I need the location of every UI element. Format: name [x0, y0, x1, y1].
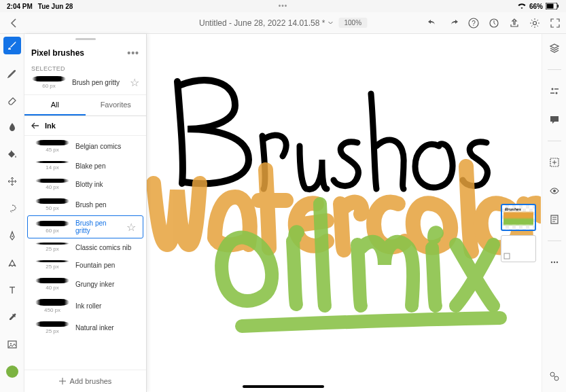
brush-item[interactable]: 450 pxInk roller [27, 295, 143, 317]
home-indicator[interactable] [243, 385, 324, 388]
layers-panel-icon[interactable] [546, 39, 563, 57]
brush-item[interactable]: 40 pxBlotty ink [27, 175, 143, 194]
svg-point-18 [553, 262, 554, 263]
battery-pct: 66% [529, 3, 543, 10]
brush-item[interactable]: 40 pxGrungy inker [27, 274, 143, 295]
transform-tool[interactable] [3, 173, 21, 190]
svg-point-10 [10, 343, 12, 344]
svg-point-7 [12, 236, 13, 237]
multitask-dots[interactable]: ••• [279, 2, 288, 10]
brush-item[interactable]: 50 pxBrush pen [27, 194, 143, 215]
layer-thumb-1[interactable]: Brushes [501, 204, 536, 231]
properties-icon[interactable] [546, 82, 563, 100]
settings-icon[interactable] [529, 18, 540, 29]
brush-item[interactable]: 14 pxBlake pen [27, 157, 143, 175]
svg-point-12 [551, 88, 553, 90]
brush-item[interactable]: 25 pxFountain pen [27, 256, 143, 274]
svg-point-13 [555, 92, 557, 94]
help-icon[interactable]: ? [468, 18, 479, 29]
comments-icon[interactable] [546, 111, 563, 128]
smudge-tool[interactable] [3, 118, 21, 136]
svg-text:?: ? [472, 20, 476, 27]
document-title-dropdown[interactable]: Untitled - June 28, 2022 14.01.58 * [199, 18, 333, 28]
eraser-tool[interactable] [3, 91, 21, 109]
left-toolbar: T [0, 34, 24, 392]
svg-point-6 [533, 21, 537, 24]
layer-thumb-2[interactable] [501, 235, 536, 262]
more-icon[interactable] [546, 253, 563, 271]
brush-stroke-preview [32, 76, 66, 82]
battery-icon [546, 3, 559, 10]
document-title: Untitled - June 28, 2022 14.01.58 * [199, 18, 325, 28]
svg-point-17 [550, 262, 552, 263]
cloud-sync-icon[interactable] [489, 18, 499, 29]
svg-point-15 [553, 190, 556, 192]
fullscreen-icon[interactable] [550, 18, 561, 29]
vector-brush-tool[interactable] [3, 64, 21, 82]
lasso-tool[interactable] [3, 200, 21, 217]
image-tool[interactable] [3, 336, 21, 353]
selected-section-label: SELECTED [24, 63, 146, 73]
selected-brush: 60 px Brush pen gritty ☆ [24, 73, 146, 94]
plus-icon [59, 378, 66, 385]
wifi-icon [517, 3, 527, 10]
brush-list[interactable]: 45 pxBelgian comics 14 pxBlake pen 40 px… [24, 136, 146, 370]
back-button[interactable] [5, 15, 22, 31]
eyedropper-tool[interactable] [3, 308, 21, 326]
undo-icon[interactable] [427, 18, 438, 29]
svg-text:T: T [9, 285, 15, 296]
add-brushes-button[interactable]: Add brushes [24, 370, 146, 392]
layer-thumbnails: Brushes [501, 204, 536, 262]
chevron-down-icon [328, 21, 333, 24]
panel-more-button[interactable]: ••• [127, 48, 139, 58]
arrow-left-icon [31, 122, 39, 129]
right-toolbar [542, 34, 566, 392]
favorite-star-icon[interactable]: ☆ [126, 221, 136, 234]
add-icon[interactable] [546, 154, 563, 171]
status-date: Tue Jun 28 [38, 3, 73, 10]
svg-rect-11 [504, 253, 510, 259]
status-time: 2:04 PM [7, 3, 33, 10]
text-tool[interactable]: T [3, 281, 21, 299]
visibility-icon[interactable] [546, 182, 563, 200]
brush-item-selected[interactable]: 60 pxBrush pen gritty☆ [27, 215, 143, 238]
redo-icon[interactable] [448, 18, 459, 29]
canvas-artwork [154, 80, 541, 326]
tab-all[interactable]: All [24, 95, 86, 115]
panel-title: Pixel brushes [31, 48, 84, 58]
share-icon[interactable] [509, 18, 520, 29]
brush-item[interactable]: 25 pxNatural inker [27, 317, 143, 338]
pen-tool[interactable] [3, 227, 21, 245]
history-icon[interactable] [546, 211, 563, 228]
brush-item[interactable]: 25 pxClassic comics nib [27, 238, 143, 256]
top-bar: Untitled - June 28, 2022 14.01.58 * 100%… [0, 12, 566, 34]
svg-rect-1 [547, 4, 554, 9]
precision-icon[interactable] [546, 368, 563, 385]
brush-item[interactable]: 45 pxBelgian comics [27, 136, 143, 157]
svg-rect-2 [558, 5, 559, 7]
status-bar: 2:04 PM Tue Jun 28 ••• 66% [0, 0, 566, 12]
color-swatch[interactable] [6, 366, 18, 378]
tab-favorites[interactable]: Favorites [86, 95, 147, 115]
pixel-brush-tool[interactable] [3, 37, 21, 54]
canvas[interactable] [147, 34, 542, 392]
favorite-star-icon[interactable]: ☆ [130, 76, 139, 89]
fill-tool[interactable] [3, 145, 21, 163]
svg-point-19 [556, 262, 557, 263]
brush-panel: Pixel brushes ••• SELECTED 60 px Brush p… [24, 34, 147, 392]
brush-category-back[interactable]: Ink [24, 116, 146, 136]
panel-drag-handle[interactable] [24, 34, 146, 43]
zoom-level[interactable]: 100% [338, 18, 367, 28]
shape-tool[interactable] [3, 254, 21, 272]
